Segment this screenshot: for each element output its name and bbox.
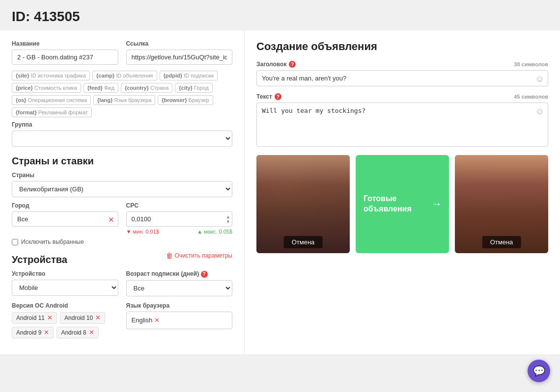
android-version-label: Версия ОС Android xyxy=(12,302,118,309)
text-emoji-btn[interactable]: ☺ xyxy=(535,106,544,117)
cpc-input-wrap: ▲ ▼ xyxy=(126,211,233,227)
city-input[interactable] xyxy=(12,211,118,227)
android-tag-9: Android 9 ✕ xyxy=(12,327,54,339)
lang-tag-label: English xyxy=(132,316,153,324)
android-tag-10: Android 10 ✕ xyxy=(60,312,105,324)
link-label: Ссылка xyxy=(126,40,233,47)
trash-icon: 🗑 xyxy=(166,252,173,260)
text-help-icon[interactable]: ? xyxy=(275,93,281,100)
remove-android-9[interactable]: ✕ xyxy=(44,329,49,336)
image-card-2: Отмена xyxy=(455,155,548,253)
link-field-col: Ссылка xyxy=(126,40,233,65)
subscription-help-icon[interactable]: ? xyxy=(201,271,208,278)
cpc-label: CPC xyxy=(126,202,233,209)
macro-tag-country[interactable]: {country} Страна xyxy=(121,83,172,93)
main-content: Название Ссылка {site} ID источника траф… xyxy=(0,30,560,354)
link-input[interactable] xyxy=(126,50,233,65)
headline-label-row: Заголовок ? 30 символов xyxy=(256,61,548,68)
headline-input[interactable] xyxy=(256,70,548,86)
device-label: Устройство xyxy=(12,270,118,277)
macro-tag-site[interactable]: {site} ID источника трафика xyxy=(12,71,90,80)
cpc-range: мин. 0.01$ макс. 0.05$ xyxy=(126,229,233,235)
device-select[interactable]: Mobile Desktop Tablet xyxy=(12,280,118,296)
remove-android-11[interactable]: ✕ xyxy=(47,314,53,321)
exclude-label[interactable]: Исключить выбранные xyxy=(21,238,84,245)
macro-tag-pdpid[interactable]: {pdpid} ID подписки xyxy=(160,71,218,80)
headline-label: Заголовок xyxy=(256,61,286,68)
ready-ads-card[interactable]: Готовые объявления → xyxy=(356,155,449,253)
text-label: Текст xyxy=(256,93,272,100)
macro-tag-camp[interactable]: {camp} ID объявления xyxy=(92,71,157,80)
text-char-count: 45 символов xyxy=(514,94,548,100)
name-field-col: Название xyxy=(12,40,118,65)
cpc-down-btn[interactable]: ▼ xyxy=(226,219,230,224)
browser-lang-label: Язык браузера xyxy=(126,302,233,309)
clear-params-label: Очистить параметры xyxy=(175,252,232,259)
page-header: ID: 413505 xyxy=(0,0,560,30)
headline-help-icon[interactable]: ? xyxy=(289,61,296,68)
text-wrap: Will you tear my stockings? ☺ xyxy=(256,103,548,148)
images-row: Отмена Готовые объявления → Отмена xyxy=(256,155,548,253)
left-panel: Название Ссылка {site} ID источника траф… xyxy=(0,30,245,354)
device-field: Устройство Mobile Desktop Tablet xyxy=(12,270,118,296)
remove-android-8[interactable]: ✕ xyxy=(89,329,94,336)
macro-tag-os[interactable]: {os} Операционная система xyxy=(12,95,91,105)
os-lang-row: Версия ОС Android Android 11 ✕ Android 1… xyxy=(12,302,232,339)
browser-lang-field: Язык браузера English ✕ xyxy=(126,302,233,339)
macro-tag-feed[interactable]: {feed} Фид xyxy=(84,83,118,93)
image-card-1: Отмена xyxy=(256,155,350,253)
devices-title: Устройства xyxy=(12,254,67,265)
group-select-wrap xyxy=(12,131,232,147)
android-tags: Android 11 ✕ Android 10 ✕ Android 9 ✕ An… xyxy=(12,312,118,339)
macro-tag-city[interactable]: {city} Город xyxy=(175,83,212,93)
macro-tag-browser[interactable]: {browser} Браузер xyxy=(158,95,213,105)
cpc-field: CPC ▲ ▼ мин. 0.01$ макс. 0.05$ xyxy=(126,202,233,235)
android-version-field: Версия ОС Android Android 11 ✕ Android 1… xyxy=(12,302,118,339)
cpc-up-btn[interactable]: ▲ xyxy=(226,214,230,219)
rates-title: Страны и ставки xyxy=(12,156,232,167)
headline-char-count: 30 символов xyxy=(514,61,548,67)
countries-label: Страны xyxy=(12,172,232,179)
headline-emoji-btn[interactable]: ☺ xyxy=(535,74,544,84)
browser-lang-input[interactable]: English ✕ xyxy=(126,312,233,329)
android-tag-8: Android 8 ✕ xyxy=(56,327,98,339)
ready-ads-label: Готовые объявления xyxy=(364,194,441,214)
image-2-cancel-btn[interactable]: Отмена xyxy=(482,236,521,248)
subscription-age-select[interactable]: Все xyxy=(126,280,233,296)
city-label: Город xyxy=(12,202,118,209)
page-title: ID: 413505 xyxy=(12,9,548,25)
cpc-min: мин. 0.01$ xyxy=(126,229,159,235)
clear-params-btn[interactable]: 🗑 Очистить параметры xyxy=(166,252,232,260)
device-row: Устройство Mobile Desktop Tablet Возраст… xyxy=(12,270,232,296)
cpc-input[interactable] xyxy=(126,211,233,227)
city-input-wrap: ✕ xyxy=(12,211,118,227)
countries-select[interactable]: Великобритания (GB) xyxy=(12,181,232,197)
city-cpc-row: Город ✕ CPC ▲ ▼ мин. 0.01$ макс. 0. xyxy=(12,202,232,235)
macro-tag-lang[interactable]: {lang} Язык браузера xyxy=(93,95,155,105)
image-1-cancel-btn[interactable]: Отмена xyxy=(284,236,323,248)
headline-wrap: ☺ xyxy=(256,70,548,86)
name-input[interactable] xyxy=(12,50,118,65)
android-tag-11: Android 11 ✕ xyxy=(12,312,57,324)
headline-field: Заголовок ? 30 символов ☺ xyxy=(256,61,548,86)
lang-tag-english: English ✕ xyxy=(132,316,160,324)
cpc-arrows: ▲ ▼ xyxy=(226,214,230,224)
text-textarea[interactable]: Will you tear my stockings? xyxy=(256,103,548,147)
exclude-checkbox[interactable] xyxy=(12,239,18,245)
subscription-age-field: Возраст подписки (дней) ? Все xyxy=(126,270,233,296)
remove-lang-english[interactable]: ✕ xyxy=(154,316,160,324)
group-select[interactable] xyxy=(12,131,232,147)
subscription-age-label: Возраст подписки (дней) ? xyxy=(126,270,233,278)
text-field: Текст ? 45 символов Will you tear my sto… xyxy=(256,93,548,148)
macro-tag-format[interactable]: {format} Рекламный формат xyxy=(12,107,92,117)
group-label: Группа xyxy=(12,121,232,128)
remove-android-10[interactable]: ✕ xyxy=(95,314,101,321)
macro-tag-price[interactable]: {price} Стоимость клика xyxy=(12,83,81,93)
city-remove-btn[interactable]: ✕ xyxy=(108,215,114,223)
city-field: Город ✕ xyxy=(12,202,118,235)
text-label-row: Текст ? 45 символов xyxy=(256,93,548,100)
ready-ads-arrow-icon: → xyxy=(431,198,442,210)
macro-tags: {site} ID источника трафика {camp} ID об… xyxy=(12,71,232,117)
name-label: Название xyxy=(12,40,118,47)
right-panel: Создание объявления Заголовок ? 30 симво… xyxy=(245,30,560,354)
